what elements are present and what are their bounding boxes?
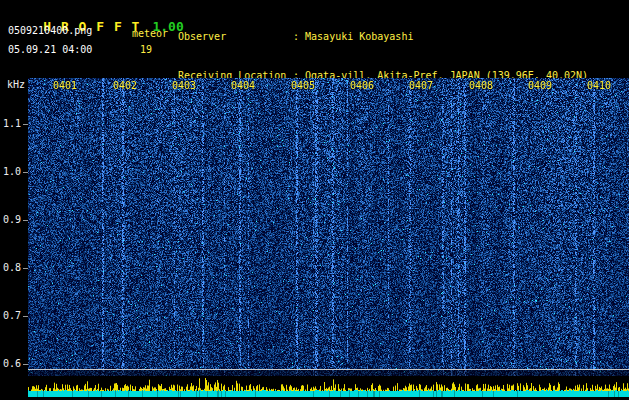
level-canvas xyxy=(28,377,629,400)
freq-tick-label-1.0: 1.0 xyxy=(0,166,21,177)
echo-count: 19 xyxy=(140,44,152,55)
time-tick-label-0405: 0405 xyxy=(291,80,315,91)
time-tick-label-0407: 0407 xyxy=(409,80,433,91)
freq-tick-label-0.8: 0.8 xyxy=(0,262,21,273)
datetime-label: 05.09.21 04:00 xyxy=(8,44,92,55)
colon: : xyxy=(293,31,299,42)
hrofft-window: H R O F F T1.00 0509210400.png meteor 05… xyxy=(0,0,629,400)
time-tick-label-0409: 0409 xyxy=(528,80,552,91)
station-value: Masayuki Kobayashi xyxy=(305,31,413,42)
spectrogram-canvas xyxy=(28,78,629,376)
freq-tick-label-0.7: 0.7 xyxy=(0,310,21,321)
time-tick-label-0401: 0401 xyxy=(53,80,77,91)
time-tick-label-0406: 0406 xyxy=(350,80,374,91)
time-tick-label-0410: 0410 xyxy=(587,80,611,91)
spectrogram-plot: 0401 0402 0403 0404 0405 0406 0407 0408 … xyxy=(28,78,629,376)
freq-tick-label-1.1: 1.1 xyxy=(0,118,21,129)
station-label: Observer xyxy=(178,30,293,43)
time-tick-label-0404: 0404 xyxy=(231,80,255,91)
station-row-observer: Observer: Masayuki Kobayashi xyxy=(178,30,588,43)
output-filename: 0509210400.png xyxy=(8,25,92,36)
freq-tick-label-0.6: 0.6 xyxy=(0,358,21,369)
time-tick-label-0402: 0402 xyxy=(113,80,137,91)
mode-label: meteor xyxy=(132,28,168,39)
time-tick-label-0403: 0403 xyxy=(172,80,196,91)
freq-tick-label-0.9: 0.9 xyxy=(0,214,21,225)
time-tick-label-0408: 0408 xyxy=(469,80,493,91)
freq-axis-unit: kHz xyxy=(0,79,25,90)
signal-level-strip xyxy=(28,377,629,400)
